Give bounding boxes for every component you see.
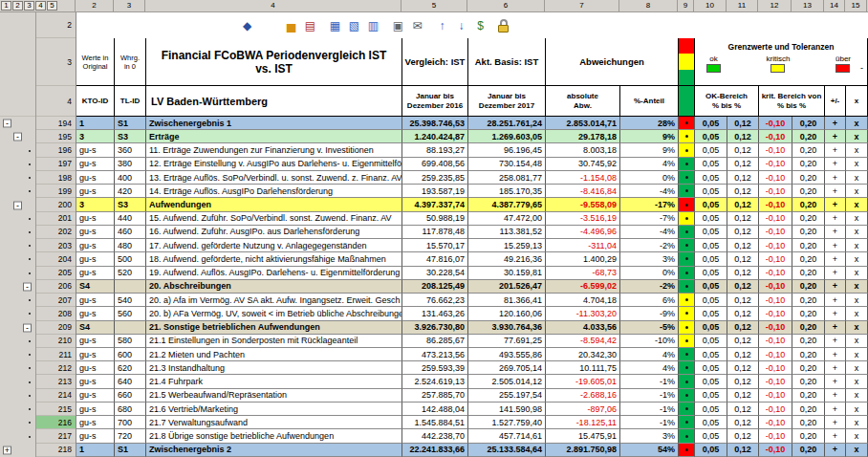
cell-krit-hi[interactable]: 0,20: [792, 361, 825, 375]
column-header-7[interactable]: 7: [545, 0, 619, 11]
cell-x[interactable]: x: [846, 389, 868, 403]
row-header-213[interactable]: 213: [36, 375, 76, 388]
cell-x[interactable]: x: [846, 143, 868, 157]
cell-x[interactable]: x: [846, 171, 868, 185]
row-header-197[interactable]: 197: [36, 158, 76, 171]
ok-bereich-header[interactable]: OK-Bereich % bis %: [695, 86, 759, 117]
cell-value-2016[interactable]: 193.587,19: [402, 185, 468, 198]
cell-absolute-abw[interactable]: -68,73: [546, 267, 620, 280]
row-header-204[interactable]: 204: [36, 252, 76, 266]
cell-value-2017[interactable]: 77.691,25: [468, 335, 546, 348]
cell-krit-lo[interactable]: -0,10: [759, 158, 792, 171]
cell-position-label[interactable]: 14. Erträge Auflös. AusgIPo Darlehensför…: [146, 185, 402, 198]
cell-kto-id[interactable]: gu-s: [76, 348, 115, 361]
row-header-200[interactable]: 200: [36, 198, 76, 211]
cell-absolute-abw[interactable]: -6.599,02: [546, 280, 620, 294]
cell-ok-hi[interactable]: 0,12: [727, 185, 759, 198]
cell-position-label[interactable]: Erträge: [146, 130, 402, 143]
cell-absolute-abw[interactable]: 20.342,30: [546, 348, 620, 361]
cell-absolute-abw[interactable]: -1.154,08: [546, 171, 620, 185]
cell-plus-minus[interactable]: +: [825, 198, 846, 211]
row-header-212[interactable]: 212: [36, 361, 76, 375]
cell-pct-anteil[interactable]: 4%: [620, 158, 679, 171]
cell-value-2016[interactable]: 1.545.884,51: [402, 416, 468, 429]
cell-krit-hi[interactable]: 0,20: [792, 307, 825, 320]
cell-krit-lo[interactable]: -0,10: [759, 130, 792, 143]
column-header-6[interactable]: 6: [467, 0, 545, 11]
cell-ok-lo[interactable]: 0,05: [695, 198, 727, 211]
cell-krit-lo[interactable]: -0,10: [759, 403, 792, 416]
cell-krit-hi[interactable]: 0,20: [792, 212, 825, 226]
cell-krit-lo[interactable]: -0,10: [759, 389, 792, 403]
cell-pct-anteil[interactable]: 3%: [620, 252, 679, 266]
cell-value-2016[interactable]: 3.926.730,80: [402, 321, 468, 335]
cell-absolute-abw[interactable]: -8.416,84: [546, 185, 620, 198]
cell-value-2017[interactable]: 15.259,13: [468, 239, 546, 252]
cell-krit-hi[interactable]: 0,20: [792, 185, 825, 198]
cell-kto-id[interactable]: gu-s: [76, 158, 115, 171]
cell-plus-minus[interactable]: +: [825, 212, 846, 226]
cell-tl-id[interactable]: 600: [115, 348, 146, 361]
row-header-203[interactable]: 203: [36, 239, 76, 252]
cell-absolute-abw[interactable]: 1.400,29: [546, 252, 620, 266]
column-header-10[interactable]: 10: [694, 0, 727, 11]
cell-ok-hi[interactable]: 0,12: [727, 335, 759, 348]
cell-absolute-abw[interactable]: -4.496,96: [546, 226, 620, 239]
cell-krit-hi[interactable]: 0,20: [792, 226, 825, 239]
cell-absolute-abw[interactable]: 8.003,18: [546, 143, 620, 157]
outline-collapse-button-206[interactable]: -: [23, 282, 32, 291]
toolbar-mail-icon[interactable]: ✉: [409, 18, 425, 33]
row-header-2[interactable]: 2: [36, 12, 76, 38]
cell-value-2016[interactable]: 88.193,27: [402, 143, 468, 157]
row-header-202[interactable]: 202: [36, 226, 76, 239]
cell-krit-lo[interactable]: -0,10: [759, 444, 792, 457]
cell-plus-minus[interactable]: +: [825, 294, 846, 307]
cell-ampel-indicator[interactable]: [679, 321, 695, 335]
cell-value-2017[interactable]: 255.197,54: [468, 389, 546, 403]
cell-ok-hi[interactable]: 0,12: [727, 239, 759, 252]
cell-value-2017[interactable]: 4.387.779,65: [468, 198, 546, 211]
cell-krit-lo[interactable]: -0,10: [759, 416, 792, 429]
cell-ok-lo[interactable]: 0,05: [695, 416, 727, 429]
cell-position-label[interactable]: 21.2 Mieten und Pachten: [146, 348, 402, 361]
cell-x[interactable]: x: [846, 307, 868, 320]
cell-value-2016[interactable]: 4.397.337,74: [402, 198, 468, 211]
krit-bereich-header[interactable]: krit. Bereich von % bis %: [759, 86, 825, 117]
cell-ampel-indicator[interactable]: [679, 348, 695, 361]
cell-absolute-abw[interactable]: 30.745,92: [546, 158, 620, 171]
cell-ampel-indicator[interactable]: [679, 294, 695, 307]
cell-position-label[interactable]: 20. Abschreibungen: [146, 280, 402, 294]
cell-ok-lo[interactable]: 0,05: [695, 307, 727, 320]
toolbar-edit-table-icon[interactable]: ▧: [346, 18, 362, 33]
cell-krit-hi[interactable]: 0,20: [792, 429, 825, 443]
toolbar-download-icon[interactable]: ↓: [453, 18, 469, 33]
cell-value-2017[interactable]: 269.705,14: [468, 361, 546, 375]
cell-kto-id[interactable]: gu-s: [76, 403, 115, 416]
cell-krit-hi[interactable]: 0,20: [792, 294, 825, 307]
cell-ok-hi[interactable]: 0,12: [727, 198, 759, 211]
cell-value-2016[interactable]: 47.816,07: [402, 252, 468, 266]
row-header-218[interactable]: 218: [36, 444, 76, 457]
cell-ok-hi[interactable]: 0,12: [727, 252, 759, 266]
cell-tl-id[interactable]: 480: [115, 239, 146, 252]
row-header-209[interactable]: 209: [36, 321, 76, 335]
cell-tl-id[interactable]: 460: [115, 226, 146, 239]
cell-kto-id[interactable]: gu-s: [76, 226, 115, 239]
x-header[interactable]: x: [846, 86, 868, 117]
cell-position-label[interactable]: Zwischenergebnis 2: [146, 444, 402, 457]
cell-kto-id[interactable]: gu-s: [76, 389, 115, 403]
cell-pct-anteil[interactable]: -1%: [620, 416, 679, 429]
cell-x[interactable]: x: [846, 267, 868, 280]
cell-value-2017[interactable]: 30.159,81: [468, 267, 546, 280]
cell-krit-lo[interactable]: -0,10: [759, 294, 792, 307]
cell-ampel-indicator[interactable]: [679, 198, 695, 211]
cell-ok-lo[interactable]: 0,05: [695, 280, 727, 294]
cell-ok-hi[interactable]: 0,12: [727, 307, 759, 320]
outline-level-button-5[interactable]: 5: [47, 1, 57, 11]
outline-level-button-1[interactable]: 1: [1, 1, 11, 11]
cell-krit-hi[interactable]: 0,20: [792, 267, 825, 280]
cell-krit-lo[interactable]: -0,10: [759, 361, 792, 375]
cell-x[interactable]: x: [846, 212, 868, 226]
cell-ok-hi[interactable]: 0,12: [727, 321, 759, 335]
period-2017-header[interactable]: Januar bis Dezember 2017: [468, 86, 546, 117]
